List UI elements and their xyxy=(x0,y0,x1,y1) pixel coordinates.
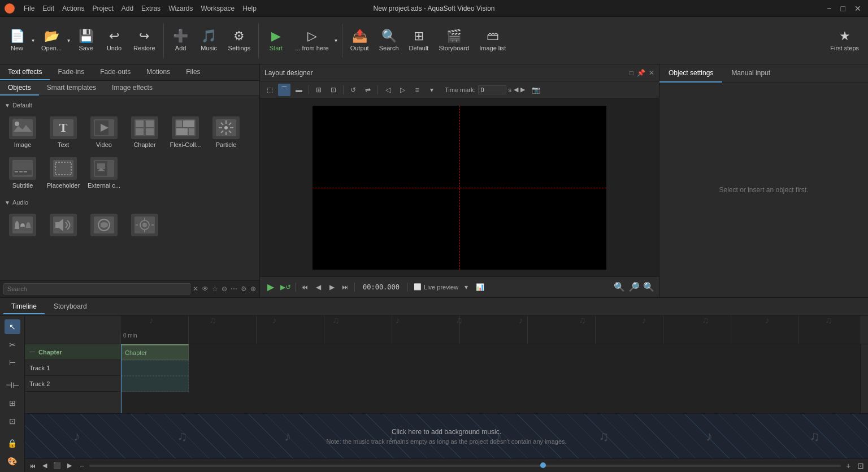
object-particle[interactable]: Particle xyxy=(207,113,245,151)
tl-nav-page-next[interactable]: ▶ xyxy=(64,461,75,471)
tl-tool-split[interactable]: ⊢ xyxy=(5,356,20,370)
menu-add[interactable]: Add xyxy=(121,5,133,12)
menu-help[interactable]: Help xyxy=(242,5,257,12)
rewind-start-button[interactable]: ⏮ xyxy=(299,282,310,293)
menu-edit[interactable]: Edit xyxy=(42,5,54,12)
object-audio3[interactable] xyxy=(85,210,123,240)
tool-grid[interactable]: ⊞ xyxy=(313,84,325,96)
menu-actions[interactable]: Actions xyxy=(62,5,84,12)
tl-tool-color[interactable]: 🎨 xyxy=(5,454,20,469)
layout-close-icon[interactable]: ✕ xyxy=(649,69,654,77)
preview-mode-dropdown[interactable]: ▾ xyxy=(461,282,472,293)
search-star-icon[interactable]: ☆ xyxy=(212,285,218,293)
tl-tool-trim[interactable]: ⊣⊢ xyxy=(5,378,20,392)
tl-nav-page-prev[interactable]: ⬛ xyxy=(52,461,62,471)
image-list-button[interactable]: 🗃 Image list xyxy=(475,20,510,61)
tool-move-left[interactable]: ◁ xyxy=(381,84,394,96)
object-audio2[interactable] xyxy=(44,210,83,240)
track1-area[interactable] xyxy=(121,360,189,376)
tl-tool-link[interactable]: ⊞ xyxy=(5,396,20,410)
search-plus-icon[interactable]: ⊕ xyxy=(250,285,256,293)
from-here-button[interactable]: ▷ ... from here xyxy=(290,20,333,61)
tl-tool-unlink[interactable]: ⊡ xyxy=(5,414,20,428)
settings-button[interactable]: ⚙ Settings xyxy=(224,20,255,61)
zoom-in-button[interactable]: 🔍 xyxy=(643,282,654,292)
search-settings-icon[interactable]: ⚙ xyxy=(241,285,247,293)
timeline-slider-thumb[interactable] xyxy=(540,462,546,468)
search-eye-icon[interactable]: 👁 xyxy=(202,285,209,293)
preview-settings[interactable]: 📊 xyxy=(474,282,485,293)
tool-path[interactable]: ⌒ xyxy=(278,84,290,96)
tab-motions[interactable]: Motions xyxy=(138,64,178,80)
tool-crop[interactable]: ⊡ xyxy=(327,84,340,96)
step-forward-button[interactable]: ▶ xyxy=(326,282,337,293)
layout-restore-icon[interactable]: □ xyxy=(630,69,633,77)
tool-flip[interactable]: ⇌ xyxy=(362,84,374,96)
search-input[interactable] xyxy=(3,283,190,295)
zoom-out-button[interactable]: 🔍 xyxy=(614,282,625,292)
menu-wizards[interactable]: Wizards xyxy=(168,5,193,12)
object-text[interactable]: T Text xyxy=(44,113,83,151)
search-minus-icon[interactable]: ⊖ xyxy=(222,285,227,293)
tl-zoom-fit[interactable]: ⊡ xyxy=(856,461,866,471)
add-button[interactable]: ➕ Add xyxy=(167,20,194,61)
object-subtitle[interactable]: Subtitle xyxy=(3,154,42,192)
object-image[interactable]: Image xyxy=(3,113,42,151)
tab-manual-input[interactable]: Manual input xyxy=(722,64,779,83)
tool-rotate[interactable]: ↺ xyxy=(347,84,359,96)
track-label-chapter[interactable]: — Chapter xyxy=(25,344,120,360)
track2-area[interactable] xyxy=(121,376,189,392)
open-button[interactable]: 📂 Open... xyxy=(37,20,66,61)
tab-storyboard[interactable]: Storyboard xyxy=(46,300,95,314)
menu-project[interactable]: Project xyxy=(92,5,113,12)
save-button[interactable]: 💾 Save xyxy=(72,20,99,61)
tl-zoom-in[interactable]: + xyxy=(843,461,853,471)
track-label-track2[interactable]: Track 2 xyxy=(25,376,120,392)
tab-fade-ins[interactable]: Fade-ins xyxy=(50,64,92,80)
default-button[interactable]: ⊞ Default xyxy=(405,20,433,61)
object-placeholder[interactable]: Placeholder xyxy=(44,154,83,192)
live-preview-toggle[interactable]: ⬜ Live preview xyxy=(414,283,458,291)
search-button[interactable]: 🔍 Search xyxy=(375,20,403,61)
tab-text-effects[interactable]: Text effects xyxy=(0,64,50,80)
menu-file[interactable]: File xyxy=(24,5,34,12)
subtab-image-effects[interactable]: Image effects xyxy=(104,81,160,96)
minimize-button[interactable]: − xyxy=(824,4,834,13)
restore-button[interactable]: ↪ Restore xyxy=(129,20,160,61)
close-button[interactable]: ✕ xyxy=(852,4,863,13)
object-audio4[interactable] xyxy=(125,210,164,240)
search-clear-icon[interactable]: ✕ xyxy=(193,285,198,293)
search-dots-icon[interactable]: ⋯ xyxy=(231,285,237,293)
tool-rect[interactable]: ▬ xyxy=(293,84,305,96)
subtab-smart-templates[interactable]: Smart templates xyxy=(39,81,104,96)
chapter-block[interactable]: Chapter xyxy=(121,344,189,360)
tool-align[interactable]: ≡ xyxy=(411,84,423,96)
maximize-button[interactable]: □ xyxy=(839,4,848,13)
tl-tool-select[interactable]: ↖ xyxy=(5,319,20,334)
tool-snapshot[interactable]: 📷 xyxy=(530,84,542,96)
menu-workspace[interactable]: Workspace xyxy=(201,5,235,12)
timeline-ruler[interactable]: ♪♫♪♫♪♫♪♫♪♫♪♫ 0 min xyxy=(121,316,860,344)
tab-files[interactable]: Files xyxy=(178,64,208,80)
time-mark-prev[interactable]: ◀ xyxy=(514,86,518,93)
tab-fade-outs[interactable]: Fade-outs xyxy=(92,64,138,80)
tool-move-right[interactable]: ▷ xyxy=(396,84,409,96)
music-track[interactable]: ♪♫♪♫♪♫♪♫ Click here to add background mu… xyxy=(25,413,868,458)
output-button[interactable]: 📤 Output xyxy=(346,20,374,61)
first-steps-button[interactable]: ★ First steps xyxy=(824,20,865,61)
menu-extras[interactable]: Extras xyxy=(141,5,160,12)
track-label-track1[interactable]: Track 1 xyxy=(25,360,120,376)
forward-end-button[interactable]: ⏭ xyxy=(340,282,351,293)
from-here-dropdown[interactable]: ▾ xyxy=(333,20,338,61)
timeline-slider[interactable] xyxy=(89,465,841,467)
object-audio1[interactable] xyxy=(3,210,42,240)
undo-button[interactable]: ↩ Undo xyxy=(101,20,128,61)
play-loop-button[interactable]: ▶↺ xyxy=(279,281,292,293)
tl-nav-prev[interactable]: ◀ xyxy=(40,461,50,471)
section-default-arrow[interactable]: ▼ xyxy=(5,102,10,109)
tl-tool-lock[interactable]: 🔒 xyxy=(5,436,20,451)
play-button[interactable]: ▶ xyxy=(264,281,277,293)
section-audio-arrow[interactable]: ▼ xyxy=(5,200,10,206)
tl-zoom-out[interactable]: − xyxy=(77,461,87,471)
object-flexi[interactable]: Flexi-Coll... xyxy=(166,113,205,151)
